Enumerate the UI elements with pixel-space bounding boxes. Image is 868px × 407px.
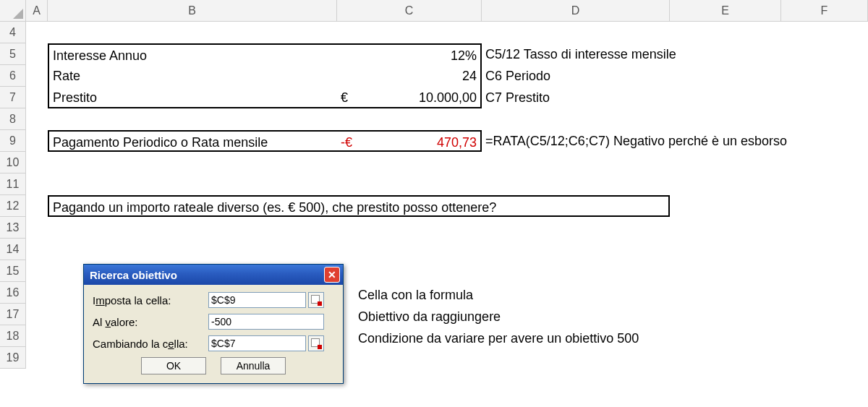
cell-D15[interactable] (482, 260, 670, 282)
cell-E6[interactable] (670, 65, 781, 87)
cell-D17[interactable] (482, 304, 670, 325)
cell-E14[interactable] (670, 239, 781, 260)
cell-D6[interactable]: C6 Periodo (482, 65, 670, 87)
cell-C13[interactable] (337, 217, 482, 239)
row-header-13[interactable]: 13 (0, 217, 26, 239)
row-header-5[interactable]: 5 (0, 43, 26, 65)
cell-A5[interactable] (26, 43, 48, 65)
cell-C15[interactable] (337, 260, 482, 282)
cell-B12[interactable]: Pagando un importo rateale diverso (es. … (48, 195, 670, 217)
cancel-button[interactable]: Annulla (221, 357, 286, 374)
cell-F7[interactable] (781, 87, 868, 108)
cell-E7[interactable] (670, 87, 781, 108)
cell-C5[interactable]: 12% (337, 43, 482, 65)
cell-F10[interactable] (781, 152, 868, 173)
cell-D11[interactable] (482, 173, 670, 195)
cell-A13[interactable] (26, 217, 48, 239)
cell-E13[interactable] (670, 217, 781, 239)
cell-F14[interactable] (781, 239, 868, 260)
cell-E16[interactable] (670, 282, 781, 304)
cell-A19[interactable] (26, 347, 48, 369)
cell-F15[interactable] (781, 260, 868, 282)
row-header-14[interactable]: 14 (0, 239, 26, 260)
col-header-F[interactable]: F (781, 0, 868, 22)
ok-button[interactable]: OK (141, 357, 206, 374)
collapse-dialog-icon[interactable] (308, 335, 324, 351)
cell-D14[interactable] (482, 239, 670, 260)
cell-F4[interactable] (781, 22, 868, 43)
cell-B13[interactable] (48, 217, 337, 239)
cell-F11[interactable] (781, 173, 868, 195)
cell-F13[interactable] (781, 217, 868, 239)
row-header-7[interactable]: 7 (0, 87, 26, 108)
cell-A10[interactable] (26, 152, 48, 173)
cell-D4[interactable] (482, 22, 670, 43)
cell-F17[interactable] (781, 304, 868, 325)
cell-A16[interactable] (26, 282, 48, 304)
cell-E8[interactable] (670, 108, 781, 130)
row-header-19[interactable]: 19 (0, 347, 26, 369)
row-header-15[interactable]: 15 (0, 260, 26, 282)
cell-B6[interactable]: Rate (48, 65, 337, 87)
cell-D8[interactable] (482, 108, 670, 130)
row-header-6[interactable]: 6 (0, 65, 26, 87)
cell-D19[interactable] (482, 347, 670, 369)
cell-A12[interactable] (26, 195, 48, 217)
cell-A6[interactable] (26, 65, 48, 87)
cell-A18[interactable] (26, 325, 48, 347)
cell-A8[interactable] (26, 108, 48, 130)
by-changing-cell-input[interactable] (208, 335, 306, 351)
cell-B8[interactable] (48, 108, 337, 130)
cell-D7[interactable]: C7 Prestito (482, 87, 670, 108)
select-all-corner[interactable] (0, 0, 26, 22)
cell-E5[interactable] (670, 43, 781, 65)
cell-C19[interactable] (337, 347, 482, 369)
cell-B5[interactable]: Interesse Annuo (48, 43, 337, 65)
row-header-8[interactable]: 8 (0, 108, 26, 130)
col-header-E[interactable]: E (670, 0, 781, 22)
cell-F9[interactable] (781, 130, 868, 152)
cell-E10[interactable] (670, 152, 781, 173)
col-header-C[interactable]: C (337, 0, 482, 22)
to-value-input[interactable] (208, 314, 324, 330)
cell-B9[interactable]: Pagamento Periodico o Rata mensile (48, 130, 337, 152)
row-header-4[interactable]: 4 (0, 22, 26, 43)
cell-E15[interactable] (670, 260, 781, 282)
cell-E17[interactable] (670, 304, 781, 325)
cell-B14[interactable] (48, 239, 337, 260)
cell-A15[interactable] (26, 260, 48, 282)
cell-C6[interactable]: 24 (337, 65, 482, 87)
row-header-18[interactable]: 18 (0, 325, 26, 347)
cell-F18[interactable] (781, 325, 868, 347)
row-header-9[interactable]: 9 (0, 130, 26, 152)
cell-C14[interactable] (337, 239, 482, 260)
row-header-10[interactable]: 10 (0, 152, 26, 173)
cell-B4[interactable] (48, 22, 337, 43)
cell-F5[interactable] (781, 43, 868, 65)
cell-D13[interactable] (482, 217, 670, 239)
row-header-16[interactable]: 16 (0, 282, 26, 304)
cell-C10[interactable] (337, 152, 482, 173)
cell-A11[interactable] (26, 173, 48, 195)
dialog-titlebar[interactable]: Ricerca obiettivo ✕ (84, 265, 343, 285)
cell-B10[interactable] (48, 152, 337, 173)
cell-D5[interactable]: C5/12 Tasso di interesse mensile (482, 43, 670, 65)
cell-A7[interactable] (26, 87, 48, 108)
collapse-dialog-icon[interactable] (308, 292, 324, 308)
cell-F16[interactable] (781, 282, 868, 304)
set-cell-input[interactable] (208, 292, 306, 308)
cell-C8[interactable] (337, 108, 482, 130)
cell-E18[interactable] (670, 325, 781, 347)
cell-D16[interactable] (482, 282, 670, 304)
cell-A14[interactable] (26, 239, 48, 260)
cell-F6[interactable] (781, 65, 868, 87)
cell-C9[interactable]: -€ 470,73 (337, 130, 482, 152)
row-header-11[interactable]: 11 (0, 173, 26, 195)
cell-A9[interactable] (26, 130, 48, 152)
cell-A17[interactable] (26, 304, 48, 325)
cell-B11[interactable] (48, 173, 337, 195)
col-header-D[interactable]: D (482, 0, 670, 22)
cell-D10[interactable] (482, 152, 670, 173)
row-header-12[interactable]: 12 (0, 195, 26, 217)
cell-C4[interactable] (337, 22, 482, 43)
